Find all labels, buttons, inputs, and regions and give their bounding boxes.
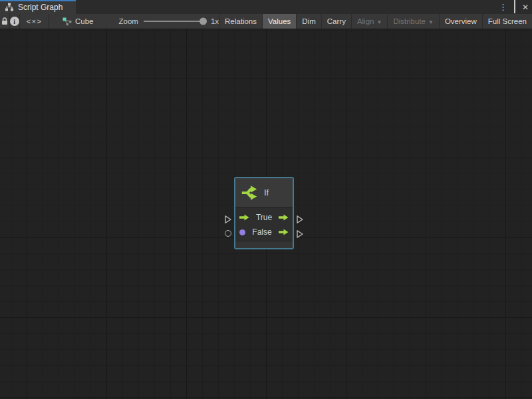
- zoom-slider-track: [144, 21, 207, 22]
- port-row-true: True: [235, 210, 293, 225]
- dim-button[interactable]: Dim: [297, 14, 321, 29]
- condition-input-port[interactable]: [225, 230, 231, 237]
- branch-icon: [241, 183, 259, 203]
- chevron-down-icon: ▼: [376, 19, 382, 25]
- graph-target-button[interactable]: Cube: [56, 14, 100, 29]
- flow-arrow-icon[interactable]: [239, 214, 249, 221]
- flow-arrow-icon[interactable]: [279, 229, 289, 235]
- port-triangle-icon: [296, 215, 304, 224]
- lock-button[interactable]: [0, 14, 10, 29]
- window-controls: ⋮ ✕: [499, 0, 529, 14]
- flow-arrow-icon[interactable]: [279, 214, 289, 221]
- port-label-false: False: [252, 227, 271, 237]
- port-triangle-icon: [296, 229, 304, 239]
- toolbar-button-group: Relations Values Dim Carry Align ▼ Distr…: [219, 14, 532, 29]
- hierarchy-icon: [5, 3, 14, 11]
- full-screen-button[interactable]: Full Screen: [483, 14, 532, 29]
- tab-title: Script Graph: [18, 3, 63, 12]
- tab-script-graph[interactable]: Script Graph: [0, 0, 76, 14]
- zoom-slider-handle[interactable]: [200, 18, 207, 25]
- align-dropdown[interactable]: Align ▼: [352, 14, 388, 29]
- if-node[interactable]: If True False: [234, 177, 294, 249]
- node-title: If: [264, 188, 269, 198]
- overview-button[interactable]: Overview: [440, 14, 483, 29]
- lock-icon: [1, 17, 9, 26]
- menu-icon[interactable]: ⋮: [499, 3, 507, 11]
- carry-button[interactable]: Carry: [322, 14, 352, 29]
- if-node-header[interactable]: If: [235, 178, 293, 207]
- port-triangle-icon: [224, 215, 232, 224]
- chevron-down-icon: ▼: [428, 19, 434, 25]
- script-graph-window: Script Graph ⋮ ✕ i <×>: [0, 0, 532, 399]
- values-button[interactable]: Values: [263, 14, 297, 29]
- if-node-body: True False: [235, 207, 293, 241]
- distribute-dropdown[interactable]: Distribute ▼: [388, 14, 440, 29]
- zoom-label: Zoom: [118, 14, 138, 29]
- port-row-false: False: [235, 225, 293, 239]
- if-node-footer: [235, 241, 293, 248]
- zoom-value: 1x: [211, 14, 219, 29]
- graph-target-icon: [63, 17, 72, 26]
- tab-bar: Script Graph ⋮ ✕: [0, 0, 532, 14]
- code-preview-toggle[interactable]: <×>: [20, 14, 49, 29]
- graph-target-label: Cube: [75, 17, 94, 25]
- active-tab-accent: [0, 0, 76, 1]
- port-label-true: True: [256, 213, 272, 222]
- maximize-icon[interactable]: [514, 1, 515, 13]
- zoom-slider[interactable]: [144, 14, 207, 29]
- port-circle-icon: [225, 230, 231, 237]
- false-output-port[interactable]: [296, 229, 304, 239]
- graph-canvas[interactable]: If True False: [0, 29, 532, 399]
- bool-value-port-icon[interactable]: [239, 229, 245, 235]
- close-icon[interactable]: ✕: [522, 3, 529, 11]
- code-toggle-icon: <×>: [27, 17, 42, 25]
- relations-button[interactable]: Relations: [219, 14, 263, 29]
- graph-toolbar: i <×> Cube Zoom 1x Relations Values: [0, 14, 532, 29]
- inspect-button[interactable]: i: [10, 14, 20, 29]
- info-icon: i: [10, 17, 19, 26]
- true-output-port[interactable]: [296, 215, 304, 224]
- flow-input-port[interactable]: [224, 215, 232, 224]
